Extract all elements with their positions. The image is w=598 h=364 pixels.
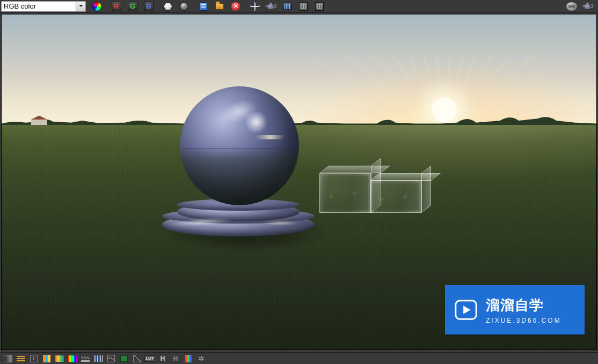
compare-b-button[interactable] [312,1,327,12]
teapot2-icon [582,3,593,10]
tracks-button[interactable] [280,1,295,12]
svg-marker-3 [463,306,470,314]
save-button[interactable] [196,1,211,12]
exposure-button[interactable] [92,354,104,363]
mono-white-button[interactable] [161,1,176,12]
render-sphere [180,86,299,205]
gradient-button[interactable] [54,354,65,363]
graph-button[interactable] [131,354,143,363]
levels-icon [17,355,25,362]
rgb-swirl-icon [92,2,102,11]
region-icon [250,2,260,11]
watermark: 溜溜自学 ZIXUE.3D66.COM [445,285,585,335]
sky-background [2,14,596,125]
greenbox-icon [120,355,128,362]
svg-marker-1 [31,116,47,120]
h-on-icon: H [161,355,165,362]
render-viewport[interactable]: 溜溜自学 ZIXUE.3D66.COM [2,14,596,350]
region-button[interactable] [247,1,262,12]
channel-select[interactable]: RGB color [1,1,86,12]
grid-b-icon [315,2,324,11]
abc-icon: abc [566,2,577,11]
crown-icon [81,355,90,362]
channel-g-button[interactable]: G [125,1,140,12]
h-on-button[interactable]: H [157,354,169,363]
sphere-white-icon [164,2,172,11]
compare-a-button[interactable] [296,1,311,12]
close-icon: ✕ [231,2,240,11]
watermark-title: 溜溜自学 [486,296,561,315]
clear-button[interactable]: ✕ [228,1,243,12]
channel-r-button[interactable]: R [109,1,124,12]
g-icon: G [128,2,137,11]
render-button[interactable] [264,1,279,12]
star-icon [198,355,205,362]
lens-fx-button[interactable] [195,354,207,363]
teapot-icon [266,3,276,10]
gradient-icon [55,355,64,362]
watermark-logo-icon [454,298,478,322]
info-icon: i [30,355,38,362]
exposure-icon [94,355,103,362]
top-toolbar: RGB color R G B ✕ abc [0,0,598,13]
histogram-icon [4,355,12,362]
grid-a-icon [299,2,308,11]
rgb-bars-icon [185,355,192,362]
open-button[interactable] [212,1,227,12]
glass-box-1 [319,173,371,213]
mono-gray-button[interactable] [177,1,192,12]
watermark-subtitle: ZIXUE.3D66.COM [486,317,561,324]
folder-icon [215,3,224,10]
b-icon: B [144,2,154,11]
save-icon [200,2,207,11]
tracks-icon [283,3,291,10]
toolbar-right-group: abc [564,1,598,12]
channel-b-button[interactable]: B [141,1,156,12]
viewport-frame: 溜溜自学 ZIXUE.3D66.COM [1,14,597,350]
curve-button[interactable] [105,354,117,363]
lut-button[interactable]: LUT [144,354,156,363]
highlights-button[interactable] [79,354,91,363]
bars-icon [43,355,50,362]
about-button[interactable]: abc [564,1,579,12]
histogram-button[interactable] [2,354,14,363]
graph-icon [133,355,141,362]
rgb-button[interactable] [90,1,105,12]
rainbow-button[interactable] [67,354,78,363]
channel-select-dropdown-button[interactable] [76,2,85,11]
rainbow-icon [68,355,77,362]
lut-icon: LUT [144,355,155,362]
sphere-gray-icon [180,2,188,11]
channel-select-value: RGB color [4,2,36,10]
curve-icon [107,355,115,362]
levels-button[interactable] [15,354,27,363]
glass-box-2 [370,181,421,213]
bottom-toolbar: i LUT H H [0,352,598,364]
channels-button[interactable] [41,354,53,363]
rgb-bars-button[interactable] [183,354,194,363]
r-icon: R [112,2,121,11]
h-off-icon: H [173,355,178,362]
background-button[interactable] [118,354,130,363]
vfb-button[interactable] [580,1,595,12]
h-off-button[interactable]: H [170,354,181,363]
info-button[interactable]: i [28,354,40,363]
